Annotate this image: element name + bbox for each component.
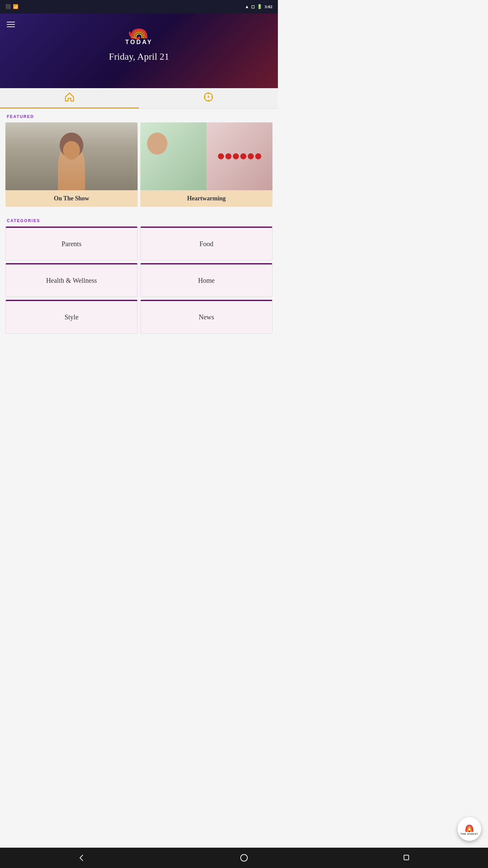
today-logo-icon [127, 24, 151, 41]
categories-label: CATEGORIES [0, 215, 278, 226]
menu-button[interactable] [7, 22, 15, 27]
on-the-show-image [5, 122, 138, 190]
category-parents[interactable]: Parents [5, 226, 138, 260]
heartwarming-label: Heartwarming [140, 190, 272, 207]
on-the-show-label: On The Show [5, 190, 138, 207]
featured-card-on-the-show[interactable]: On The Show [5, 122, 138, 207]
flower-1 [218, 153, 224, 159]
flower-6 [255, 153, 261, 159]
header-date: Friday, April 21 [109, 51, 169, 62]
flower-2 [225, 153, 231, 159]
featured-card-heartwarming[interactable]: Heartwarming [140, 122, 272, 207]
category-home-label: Home [198, 277, 215, 284]
category-food-label: Food [199, 240, 213, 248]
heartwarming-flowers [206, 122, 272, 190]
home-icon [64, 92, 75, 104]
heartwarming-image [140, 122, 272, 190]
nav-tab-explore[interactable] [139, 88, 278, 108]
category-style-label: Style [64, 313, 78, 321]
menu-line-1 [7, 22, 15, 22]
nav-tabs [0, 88, 278, 109]
category-parents-label: Parents [62, 240, 82, 248]
flower-5 [248, 153, 254, 159]
svg-marker-6 [207, 95, 209, 98]
battery-icon: 🔋 [257, 4, 262, 9]
logo-text: TODAY [125, 39, 152, 46]
menu-line-3 [7, 26, 15, 27]
categories-grid: Parents Food Health & Wellness Home Styl… [0, 226, 278, 334]
category-health-wellness-label: Health & Wellness [46, 277, 97, 284]
featured-label: FEATURED [0, 109, 278, 122]
signal-icon: ◻ [251, 4, 255, 9]
heartwarming-people [140, 122, 206, 190]
category-food[interactable]: Food [140, 226, 272, 260]
category-news[interactable]: News [140, 300, 272, 334]
compass-icon [203, 92, 214, 104]
status-bar-right: ▲ ◻ 🔋 3:02 [245, 4, 272, 9]
category-home[interactable]: Home [140, 263, 272, 297]
category-style[interactable]: Style [5, 300, 138, 334]
nav-tab-home[interactable] [0, 88, 139, 108]
status-bar-left: ⬛ 📶 [5, 4, 18, 9]
app-header: TODAY Friday, April 21 [0, 14, 278, 88]
android-icon: ⬛ [5, 4, 11, 9]
featured-row: On The Show Heartwarming [0, 122, 278, 207]
notification-icon: 📶 [13, 4, 18, 9]
status-bar: ⬛ 📶 ▲ ◻ 🔋 3:02 [0, 0, 278, 14]
category-health-wellness[interactable]: Health & Wellness [5, 263, 138, 297]
menu-line-2 [7, 24, 15, 25]
flower-4 [240, 153, 246, 159]
time-display: 3:02 [264, 4, 272, 9]
flower-3 [233, 153, 239, 159]
wifi-icon: ▲ [245, 4, 249, 9]
logo-container: TODAY [125, 24, 152, 46]
category-news-label: News [199, 313, 214, 321]
